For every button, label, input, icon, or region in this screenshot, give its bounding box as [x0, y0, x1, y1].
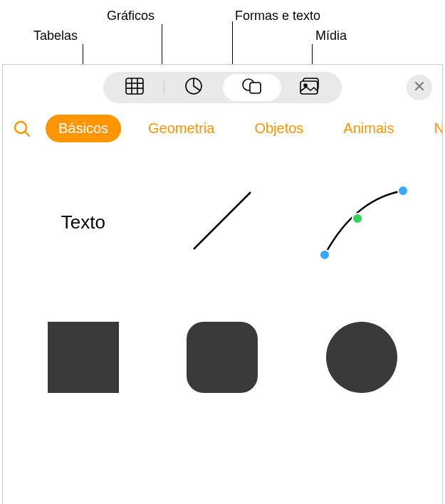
category-animals[interactable]: Animais	[330, 115, 407, 142]
category-partial[interactable]: N	[421, 115, 442, 142]
category-bar: Básicos Geometria Objetos Animais N	[3, 109, 442, 151]
callouts-region: Tabelas Gráficos Formas e texto Mídia	[0, 0, 445, 64]
media-icon	[300, 78, 321, 98]
svg-rect-7	[250, 83, 261, 93]
close-icon	[414, 81, 424, 94]
search-icon[interactable]	[13, 120, 31, 138]
tables-tab[interactable]	[105, 74, 164, 101]
shape-rounded-square[interactable]	[172, 315, 272, 400]
square-icon	[48, 322, 119, 393]
shape-curve[interactable]	[312, 179, 412, 265]
svg-point-18	[398, 186, 408, 196]
callout-charts: Gráficos	[107, 9, 155, 24]
segmented-control	[103, 72, 342, 103]
svg-line-15	[194, 192, 251, 249]
svg-point-16	[320, 250, 330, 260]
shape-circle[interactable]	[312, 315, 412, 400]
shape-line[interactable]	[172, 179, 272, 265]
insert-panel: Básicos Geometria Objetos Animais N Text…	[2, 64, 443, 504]
charts-tab[interactable]	[164, 74, 223, 101]
line-icon	[183, 182, 261, 263]
circle-icon	[326, 322, 397, 393]
svg-point-17	[352, 214, 362, 224]
shape-text[interactable]: Texto	[33, 179, 133, 265]
svg-line-14	[25, 132, 29, 136]
curve-icon	[312, 178, 412, 266]
media-tab[interactable]	[281, 74, 340, 101]
callout-shapes-text: Formas e texto	[235, 9, 320, 24]
shapes-grid: Texto	[3, 151, 442, 429]
svg-rect-9	[300, 81, 318, 94]
svg-rect-0	[126, 78, 143, 94]
category-basics[interactable]: Básicos	[46, 115, 121, 142]
callout-tables: Tabelas	[33, 28, 78, 44]
pie-chart-icon	[184, 77, 203, 98]
text-label: Texto	[61, 211, 105, 233]
category-objects[interactable]: Objetos	[241, 115, 316, 142]
close-button[interactable]	[407, 75, 432, 100]
rounded-square-icon	[187, 322, 258, 393]
category-geometry[interactable]: Geometria	[135, 115, 227, 142]
table-icon	[125, 78, 144, 98]
callout-media: Mídia	[315, 28, 347, 44]
toolbar	[3, 65, 442, 109]
shapes-icon	[241, 77, 263, 98]
shape-square[interactable]	[33, 315, 133, 400]
shapes-tab[interactable]	[223, 74, 281, 101]
